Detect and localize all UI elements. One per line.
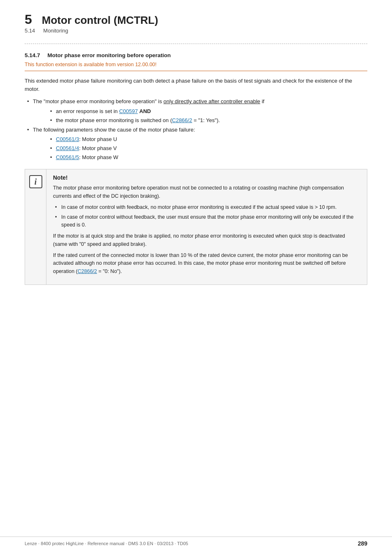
section-heading: 5.14.7 Motor phase error monitoring befo… — [25, 52, 367, 58]
main-bullet-list: The "motor phase error monitoring before… — [25, 97, 367, 162]
list-item: In case of motor control with feedback, … — [53, 204, 360, 211]
note-paragraph-1: The motor phase error monitoring before … — [53, 184, 360, 200]
version-notice: This function extension is available fro… — [25, 62, 367, 71]
note-icon-column: i — [25, 169, 46, 284]
c00561-4-link[interactable]: C00561/4 — [56, 145, 79, 151]
note-paragraph-2: If the motor is at quick stop and the br… — [53, 232, 360, 248]
dashed-separator — [25, 44, 367, 44]
note-sub-bullet-list: In case of motor control with feedback, … — [53, 204, 360, 229]
sub-bullet-list-2: C00561/3: Motor phase U C00561/4: Motor … — [33, 135, 367, 162]
c00561-5-link[interactable]: C00561/5 — [56, 154, 79, 160]
sub-bullet-text: C00561/3: Motor phase U — [56, 136, 117, 142]
sub-bullet-text: an error response is set in C00597 AND — [56, 108, 151, 114]
chapter-title: Motor control (MCTRL) — [42, 14, 158, 26]
list-item: C00561/3: Motor phase U — [48, 135, 367, 143]
bullet-text: The "motor phase error monitoring before… — [33, 98, 264, 104]
c00597-link[interactable]: C00597 — [119, 108, 138, 114]
note-icon: i — [29, 175, 42, 188]
c2866-2-note-link[interactable]: C2866/2 — [78, 268, 97, 274]
page-header: 5 Motor control (MCTRL) 5.14 Monitoring — [25, 12, 367, 38]
chapter-number: 5 — [25, 12, 32, 27]
list-item: C00561/4: Motor phase V — [48, 144, 367, 153]
chapter-sub-text: Monitoring — [43, 28, 68, 34]
list-item: In case of motor control without feedbac… — [53, 213, 360, 229]
footer-left-text: Lenze · 8400 protec HighLine · Reference… — [25, 541, 188, 546]
header-top: 5 Motor control (MCTRL) — [25, 12, 367, 27]
underline-text: only directly active after controller en… — [164, 98, 261, 104]
note-title: Note! — [53, 174, 360, 181]
intro-text: This extended motor phase failure monito… — [25, 77, 367, 93]
note-content: Note! The motor phase error monitoring b… — [46, 169, 367, 284]
c00561-3-link[interactable]: C00561/3 — [56, 136, 79, 142]
sub-bullet-list: an error response is set in C00597 AND t… — [33, 107, 367, 125]
list-item: C00561/5: Motor phase W — [48, 153, 367, 162]
list-item: an error response is set in C00597 AND — [48, 107, 367, 116]
section-number: 5.14.7 — [25, 52, 40, 58]
list-item: the motor phase error monitoring is swit… — [48, 116, 367, 125]
note-paragraph-3: If the rated current of the connected mo… — [53, 252, 360, 275]
sub-bullet-text: the motor phase error monitoring is swit… — [56, 117, 220, 123]
c2866-2-link[interactable]: C2866/2 — [172, 117, 192, 123]
list-item: The "motor phase error monitoring before… — [25, 97, 367, 124]
chapter-sub: 5.14 Monitoring — [25, 28, 367, 34]
note-box: i Note! The motor phase error monitoring… — [25, 169, 367, 285]
page-number: 289 — [358, 540, 367, 547]
sub-bullet-text: C00561/5: Motor phase W — [56, 154, 118, 160]
section-title: Motor phase error monitoring before oper… — [48, 52, 171, 58]
chapter-sub-number: 5.14 — [25, 28, 35, 34]
list-item: The following parameters show the cause … — [25, 126, 367, 162]
page-footer: Lenze · 8400 protec HighLine · Reference… — [0, 536, 392, 547]
bullet-text: The following parameters show the cause … — [33, 127, 195, 133]
sub-bullet-text: C00561/4: Motor phase V — [56, 145, 117, 151]
page: 5 Motor control (MCTRL) 5.14 Monitoring … — [0, 0, 392, 555]
